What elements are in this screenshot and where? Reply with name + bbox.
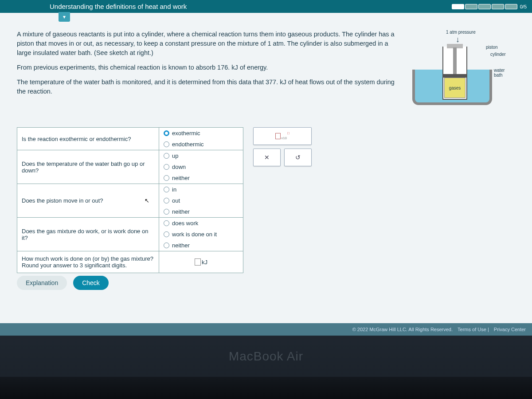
keyboard-edge [0, 377, 532, 399]
lesson-title: Understanding the definitions of heat an… [50, 3, 187, 10]
collapse-toggle[interactable]: ▾ [59, 12, 70, 22]
unit-label: kJ [202, 259, 207, 266]
progress-step [478, 4, 491, 9]
radio-option-neither[interactable]: neither [159, 172, 243, 184]
work-input[interactable]: kJ [159, 251, 243, 273]
down-arrow-icon: ↓ [456, 35, 460, 44]
option-label: endothermic [172, 141, 204, 148]
table-row: Does the piston move in or out? ↖ in out… [17, 184, 243, 218]
radio-icon [164, 153, 169, 159]
radio-icon [164, 209, 169, 215]
copyright-text: © 2022 McGraw Hill LLC. All Rights Reser… [352, 327, 453, 332]
question-cell: Is the reaction exothermic or endothermi… [17, 128, 159, 150]
problem-paragraph: A mixture of gaseous reactants is put in… [17, 30, 398, 58]
table-row: Is the reaction exothermic or endothermi… [17, 128, 243, 150]
problem-paragraph: From previous experiments, this chemical… [17, 63, 398, 72]
undo-icon: ↺ [295, 154, 301, 161]
privacy-link[interactable]: Privacy Center [494, 327, 526, 332]
laptop-branding: MacBook Air [0, 349, 532, 364]
question-cell: Does the gas mixture do work, or is work… [17, 218, 159, 251]
radio-option-in[interactable]: in [159, 184, 243, 195]
diagram-label-pressure: 1 atm pressure [446, 30, 476, 35]
radio-option-exothermic[interactable]: exothermic [159, 128, 243, 139]
lesson-header: Understanding the definitions of heat an… [0, 0, 532, 13]
option-label: work is done on it [172, 231, 217, 238]
radio-option-work-done[interactable]: work is done on it [159, 229, 243, 240]
radio-icon [164, 231, 169, 237]
radio-option-out[interactable]: out [159, 195, 243, 206]
question-text: Does the piston move in or out? [22, 197, 103, 204]
option-label: exothermic [172, 130, 200, 137]
problem-body: A mixture of gaseous reactants is put in… [17, 30, 398, 110]
question-cell: How much work is done on (or by) the gas… [17, 251, 159, 273]
diagram-label-piston: piston [486, 45, 498, 50]
explanation-button[interactable]: Explanation [17, 276, 67, 290]
answer-cell: exothermic endothermic [159, 128, 243, 150]
radio-icon [164, 187, 169, 192]
option-label: out [172, 197, 180, 204]
option-label: neither [172, 175, 190, 181]
radio-option-down[interactable]: down [159, 161, 243, 172]
option-label: in [172, 186, 176, 193]
answer-cell: does work work is done on it neither [159, 218, 243, 251]
content-panel: ▾ A mixture of gaseous reactants is put … [0, 13, 532, 323]
radio-option-does-work[interactable]: does work [159, 218, 243, 229]
progress-indicator: 0/5 [452, 4, 527, 9]
radio-option-up[interactable]: up [159, 150, 243, 161]
option-label: does work [172, 220, 198, 227]
radio-icon [164, 130, 169, 136]
radio-icon [164, 164, 169, 170]
answer-cell: up down neither [159, 150, 243, 184]
piston-rod [453, 47, 457, 74]
progress-step [465, 4, 477, 9]
question-area: Is the reaction exothermic or endothermi… [12, 127, 520, 273]
check-button[interactable]: Check [73, 276, 109, 290]
scientific-notation-button[interactable]: x10□ [253, 127, 312, 145]
question-table: Is the reaction exothermic or endothermi… [17, 127, 243, 273]
chevron-down-icon: ▾ [63, 14, 66, 20]
radio-icon [164, 141, 169, 147]
number-input-box[interactable] [195, 258, 201, 266]
progress-step [492, 4, 504, 9]
diagram-label-gases: gases [449, 86, 461, 90]
table-row: How much work is done on (or by) the gas… [17, 251, 243, 273]
problem-statement: A mixture of gaseous reactants is put in… [12, 13, 513, 115]
answer-cell: in out neither [159, 184, 243, 218]
radio-icon [164, 175, 169, 181]
footer: © 2022 McGraw Hill LLC. All Rights Reser… [0, 323, 532, 336]
problem-paragraph: The temperature of the water bath is mon… [17, 78, 398, 96]
radio-option-neither[interactable]: neither [159, 240, 243, 251]
answer-cell: kJ [159, 251, 243, 273]
table-row: Does the temperature of the water bath g… [17, 150, 243, 184]
gas-box: gases [444, 78, 466, 98]
terms-link[interactable]: Terms of Use [458, 327, 486, 332]
radio-option-endothermic[interactable]: endothermic [159, 139, 243, 150]
progress-step [452, 4, 464, 9]
radio-icon [164, 243, 169, 248]
action-buttons: Explanation Check [12, 276, 520, 295]
cursor-icon: ↖ [145, 197, 149, 204]
table-row: Does the gas mixture do work, or is work… [17, 218, 243, 251]
progress-count: 0/5 [520, 4, 527, 9]
clear-button[interactable]: ✕ [253, 149, 281, 166]
input-toolbox: x10□ ✕ ↺ [253, 127, 312, 273]
diagram-label-cylinder: cylinder [490, 52, 505, 57]
apparatus-diagram: 1 atm pressure ↓ piston cylinder water b… [407, 30, 509, 110]
progress-step [505, 4, 517, 9]
close-icon: ✕ [264, 154, 270, 161]
reset-button[interactable]: ↺ [284, 149, 312, 166]
radio-icon [164, 220, 169, 226]
radio-option-neither[interactable]: neither [159, 206, 243, 217]
radio-icon [164, 198, 169, 203]
option-label: down [172, 164, 186, 170]
question-cell: Does the temperature of the water bath g… [17, 150, 159, 184]
question-cell: Does the piston move in or out? ↖ [17, 184, 159, 218]
option-label: neither [172, 208, 190, 215]
diagram-label-waterbath: water bath [494, 68, 509, 78]
piston-bar [442, 74, 467, 78]
option-label: neither [172, 242, 190, 249]
sci-notation-icon: x10□ [275, 133, 289, 139]
option-label: up [172, 153, 178, 159]
